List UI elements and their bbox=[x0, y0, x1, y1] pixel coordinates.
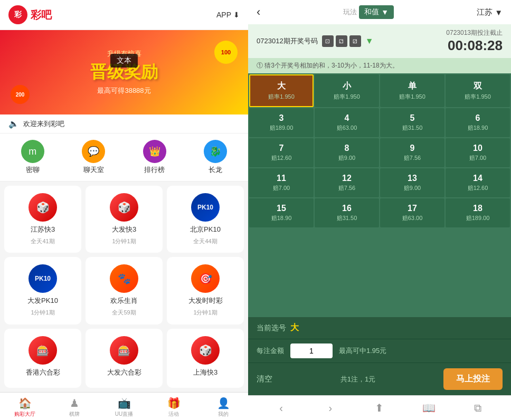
rbn-share-button[interactable]: ⬆ bbox=[369, 400, 390, 416]
bet-odds-15: 赔18.90 bbox=[271, 214, 292, 222]
bet-cell-shuang[interactable]: 双 赔率1.950 bbox=[446, 74, 510, 107]
nav-chess[interactable]: ♟ 棋牌 bbox=[50, 397, 99, 418]
game-sh-kuai3[interactable]: 🎲 上海快3 bbox=[167, 329, 244, 388]
play-label: 玩法 bbox=[343, 7, 357, 17]
nav-mine-label: 我的 bbox=[218, 411, 229, 418]
game-hk-lotto[interactable]: 🎰 香港六合彩 bbox=[4, 329, 81, 388]
announce-text: 欢迎来到彩吧 bbox=[23, 119, 64, 129]
quick-item-chat[interactable]: 💬 聊天室 bbox=[65, 140, 122, 175]
bet-odds-16: 赔31.50 bbox=[337, 214, 357, 222]
back-button[interactable]: ‹ bbox=[257, 5, 260, 19]
quick-menu: m 密聊 💬 聊天室 👑 排行榜 🐉 长龙 bbox=[0, 133, 248, 182]
region-text: 江苏 bbox=[477, 7, 493, 17]
right-header: ‹ 玩法 和值 ▼ 江苏 ▼ bbox=[248, 0, 511, 24]
rbn-forward-button[interactable]: › bbox=[320, 400, 341, 416]
game-huanle-shengxiao[interactable]: 🐾 欢乐生肖 全天59期 bbox=[86, 257, 163, 324]
bet-cell-7[interactable]: 7 赔12.60 bbox=[249, 138, 314, 167]
bet-main-13: 13 bbox=[408, 174, 417, 183]
bet-cell-da[interactable]: 大 赔率1.950 bbox=[249, 74, 314, 107]
bet-main-6: 6 bbox=[476, 113, 480, 123]
bet-cell-8[interactable]: 8 赔9.00 bbox=[315, 138, 379, 167]
beijing-pk10-icon: PK10 bbox=[191, 193, 220, 222]
app-download-btn[interactable]: APP ⬇ bbox=[216, 11, 240, 19]
quick-item-mimi[interactable]: m 密聊 bbox=[4, 140, 61, 175]
bet-cell-16[interactable]: 16 赔31.50 bbox=[315, 198, 379, 227]
bet-odds-9: 赔7.56 bbox=[404, 154, 421, 162]
nav-live[interactable]: 📺 UU直播 bbox=[99, 397, 149, 418]
mine-icon: 👤 bbox=[217, 397, 230, 409]
bet-odds-6: 赔18.90 bbox=[468, 124, 488, 132]
rbn-bookmark-button[interactable]: 📖 bbox=[418, 400, 439, 416]
game-dafa-kuai3[interactable]: 🎲 大发快3 1分钟1期 bbox=[86, 186, 163, 253]
bet-odds-shuang: 赔率1.950 bbox=[465, 93, 491, 101]
banner: 升级有惊喜 晋级奖励 最高可得38888元 100 200 文本 bbox=[0, 30, 248, 114]
info-bar: ① 猜3个开奖号相加的和，3-10为小，11-18为大。 bbox=[248, 58, 511, 73]
bet-cell-xiao[interactable]: 小 赔率1.950 bbox=[315, 74, 379, 107]
method-selector[interactable]: 和值 ▼ bbox=[359, 5, 394, 19]
bet-main-18: 18 bbox=[473, 204, 482, 213]
dice-1: ⚀ bbox=[322, 35, 334, 47]
dice-2: ⚁ bbox=[336, 35, 347, 47]
bet-cell-9[interactable]: 9 赔7.56 bbox=[380, 138, 444, 167]
bet-main-5: 5 bbox=[410, 113, 415, 123]
countdown: 00:08:28 bbox=[446, 37, 503, 54]
bet-cell-18[interactable]: 18 赔189.00 bbox=[446, 198, 510, 227]
chat-icon: 💬 bbox=[82, 140, 105, 163]
bet-cell-4[interactable]: 4 赔63.00 bbox=[315, 108, 379, 137]
amount-label: 每注金额 bbox=[257, 346, 284, 356]
bet-cell-5[interactable]: 5 赔31.50 bbox=[380, 108, 444, 137]
quick-item-dragon[interactable]: 🐉 长龙 bbox=[187, 140, 244, 175]
nav-chess-label: 棋牌 bbox=[69, 411, 80, 418]
bet-cell-3[interactable]: 3 赔189.00 bbox=[249, 108, 314, 137]
region-arrow-icon: ▼ bbox=[495, 8, 503, 17]
max-win-text: 最高可中1.95元 bbox=[339, 346, 386, 356]
game-beijing-pk10[interactable]: PK10 北京PK10 全天44期 bbox=[167, 186, 244, 253]
nav-activity-label: 活动 bbox=[168, 411, 179, 418]
region-selector[interactable]: 江苏 ▼ bbox=[477, 7, 503, 17]
method-arrow-icon: ▼ bbox=[381, 8, 389, 16]
game-dafa-ssc[interactable]: 🎯 大发时时彩 1分钟1期 bbox=[167, 257, 244, 324]
game-sub: 全天59期 bbox=[112, 309, 136, 317]
rbn-back-button[interactable]: ‹ bbox=[271, 400, 292, 416]
bet-odds-12: 赔7.56 bbox=[338, 184, 355, 192]
bet-main-15: 15 bbox=[277, 204, 286, 213]
bet-cell-10[interactable]: 10 赔7.00 bbox=[446, 138, 510, 167]
period-arrow[interactable]: ▼ bbox=[365, 36, 374, 46]
bet-odds-17: 赔63.00 bbox=[402, 214, 423, 222]
bet-odds-3: 赔189.00 bbox=[270, 124, 294, 132]
nav-lottery-label: 购彩大厅 bbox=[14, 411, 35, 418]
bet-cell-11[interactable]: 11 赔7.00 bbox=[249, 168, 314, 197]
bet-odds-5: 赔31.50 bbox=[402, 124, 423, 132]
nav-lottery[interactable]: 🏠 购彩大厅 bbox=[0, 397, 50, 418]
game-sub: 1分钟1期 bbox=[193, 309, 217, 317]
nav-activity[interactable]: 🎁 活动 bbox=[149, 397, 198, 418]
bet-cell-dan[interactable]: 单 赔率1.950 bbox=[380, 74, 444, 107]
bet-odds-14: 赔12.60 bbox=[468, 184, 488, 192]
quick-item-rank[interactable]: 👑 排行榜 bbox=[126, 140, 183, 175]
game-dafa-lotto[interactable]: 🎰 大发六合彩 bbox=[86, 329, 163, 388]
submit-button[interactable]: 马上投注 bbox=[443, 368, 503, 390]
bet-cell-6[interactable]: 6 赔18.90 bbox=[446, 108, 510, 137]
nav-mine[interactable]: 👤 我的 bbox=[198, 397, 248, 418]
bet-cell-14[interactable]: 14 赔12.60 bbox=[446, 168, 510, 197]
period-info: 0723012期开奖号码 ⚀ ⚁ ⚂ ▼ 0723013期投注截止 00:08:… bbox=[248, 24, 511, 58]
game-sub: 全天44期 bbox=[193, 237, 217, 245]
bet-odds-dan: 赔率1.950 bbox=[399, 93, 425, 101]
bet-cell-13[interactable]: 13 赔9.00 bbox=[380, 168, 444, 197]
rbn-tabs-button[interactable]: ⧉ bbox=[467, 400, 488, 416]
current-period-text: 0723012期开奖号码 bbox=[257, 36, 318, 46]
chat-label: 聊天室 bbox=[83, 165, 104, 175]
bet-cell-12[interactable]: 12 赔7.56 bbox=[315, 168, 379, 197]
amount-input[interactable] bbox=[290, 343, 333, 358]
bet-main-4: 4 bbox=[345, 113, 349, 123]
nav-live-label: UU直播 bbox=[115, 411, 133, 418]
game-grid: 🎲 江苏快3 全天41期 🎲 大发快3 1分钟1期 PK10 北京PK10 全天… bbox=[0, 182, 248, 392]
bet-main-11: 11 bbox=[277, 174, 286, 183]
bet-main-9: 9 bbox=[410, 144, 415, 153]
game-jiangsu-kuai3[interactable]: 🎲 江苏快3 全天41期 bbox=[4, 186, 81, 253]
bet-cell-17[interactable]: 17 赔63.00 bbox=[380, 198, 444, 227]
game-dafa-pk10[interactable]: PK10 大发PK10 1分钟1期 bbox=[4, 257, 81, 324]
bet-cell-15[interactable]: 15 赔18.90 bbox=[249, 198, 314, 227]
clear-button[interactable]: 清空 bbox=[257, 374, 272, 384]
bet-odds-13: 赔9.00 bbox=[404, 184, 421, 192]
